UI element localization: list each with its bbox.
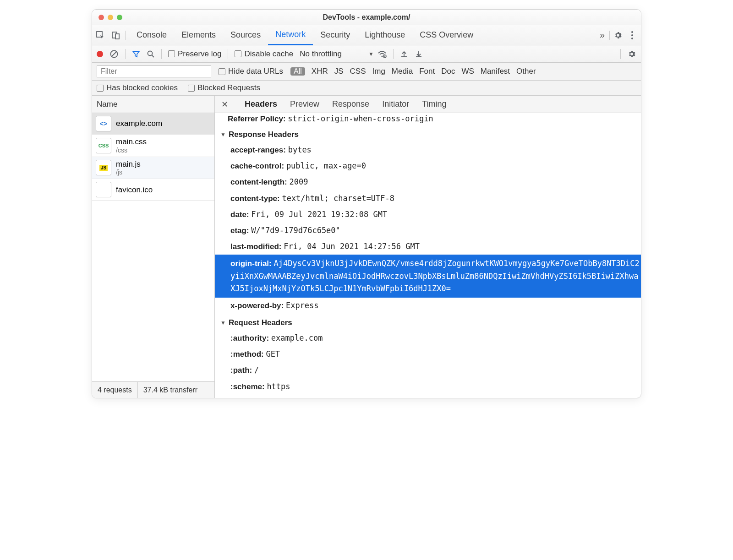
type-filter-xhr[interactable]: XHR — [312, 67, 328, 76]
detail-tab-preview[interactable]: Preview — [290, 99, 319, 109]
header-value: strict-origin-when-cross-origin — [288, 114, 433, 123]
preserve-log-checkbox[interactable]: Preserve log — [168, 49, 221, 59]
devtools-window: DevTools - example.com/ ConsoleElementsS… — [92, 9, 641, 398]
status-transfer: 37.4 kB transferr — [138, 382, 203, 398]
tab-elements[interactable]: Elements — [174, 25, 223, 45]
throttling-select[interactable]: No throttling ▼ — [300, 49, 387, 59]
request-headers-section[interactable]: ▼ Request Headers — [215, 314, 641, 330]
header-row[interactable]: accept-ranges: bytes — [215, 142, 641, 158]
header-value: Fri, 04 Jun 2021 14:27:56 GMT — [284, 242, 420, 251]
filter-funnel-icon[interactable] — [132, 50, 140, 58]
header-value: Aj4DysCv3VjknU3jJvkDEwnQZK/vmse4rdd8jZog… — [230, 259, 640, 293]
header-key: date: — [230, 210, 249, 219]
tab-lighthouse[interactable]: Lighthouse — [357, 25, 412, 45]
header-row[interactable]: cache-control: public, max-age=0 — [215, 158, 641, 174]
header-value: W/"7d9-179d76c65e0" — [251, 226, 340, 235]
header-value: text/html; charset=UTF-8 — [282, 194, 394, 203]
close-detail-icon[interactable]: ✕ — [218, 99, 232, 109]
header-row[interactable]: accept: text/html,application/xhtml+xml,… — [215, 395, 641, 398]
header-row[interactable]: x-powered-by: Express — [215, 298, 641, 314]
header-value: https — [267, 382, 290, 391]
hide-data-urls-checkbox[interactable]: Hide data URLs — [219, 67, 283, 76]
name-column-header[interactable]: Name — [92, 96, 214, 113]
response-headers-section[interactable]: ▼ Response Headers — [215, 125, 641, 142]
request-row[interactable]: JS main.js/js — [92, 157, 214, 179]
header-row[interactable]: date: Fri, 09 Jul 2021 19:32:08 GMT — [215, 207, 641, 223]
device-toggle-icon[interactable] — [111, 31, 120, 40]
type-filter-js[interactable]: JS — [334, 67, 344, 76]
detail-tab-response[interactable]: Response — [332, 99, 369, 109]
type-filter-all[interactable]: All — [290, 67, 305, 76]
header-row[interactable]: :scheme: https — [215, 379, 641, 395]
type-filter-media[interactable]: Media — [392, 67, 413, 76]
filter-bar-2: Has blocked cookies Blocked Requests — [92, 81, 641, 96]
header-key: origin-trial: — [230, 259, 272, 268]
disable-cache-checkbox[interactable]: Disable cache — [235, 49, 293, 59]
type-filter-ws[interactable]: WS — [461, 67, 474, 76]
request-type-filter: AllXHRJSCSSImgMediaFontDocWSManifestOthe… — [290, 67, 536, 76]
request-list: <> example.comCSS main.css/cssJS main.js… — [92, 113, 214, 381]
request-row[interactable]: CSS main.css/css — [92, 135, 214, 157]
type-filter-doc[interactable]: Doc — [441, 67, 455, 76]
request-row[interactable]: favicon.ico — [92, 179, 214, 201]
chevron-down-icon: ▼ — [368, 51, 374, 57]
tab-sources[interactable]: Sources — [223, 25, 268, 45]
detail-tab-headers[interactable]: Headers — [245, 99, 277, 109]
request-path: /css — [116, 147, 147, 154]
tab-css-overview[interactable]: CSS Overview — [412, 25, 481, 45]
clear-icon[interactable] — [109, 49, 119, 59]
type-filter-other[interactable]: Other — [516, 67, 536, 76]
type-filter-manifest[interactable]: Manifest — [481, 67, 510, 76]
status-requests: 4 requests — [92, 382, 138, 398]
request-headers-label: Request Headers — [229, 318, 292, 327]
header-row[interactable]: origin-trial: Aj4DysCv3VjknU3jJvkDEwnQZK… — [215, 255, 641, 298]
header-row[interactable]: etag: W/"7d9-179d76c65e0" — [215, 223, 641, 239]
disclosure-triangle-icon: ▼ — [220, 320, 226, 326]
record-button[interactable] — [97, 51, 103, 57]
upload-har-icon[interactable] — [400, 50, 408, 58]
tab-console[interactable]: Console — [129, 25, 174, 45]
header-row[interactable]: last-modified: Fri, 04 Jun 2021 14:27:56… — [215, 239, 641, 255]
svg-point-3 — [631, 31, 633, 33]
type-filter-img[interactable]: Img — [372, 67, 385, 76]
detail-pane: ✕ HeadersPreviewResponseInitiatorTiming … — [215, 96, 641, 398]
more-tabs-icon[interactable]: » — [595, 30, 609, 40]
has-blocked-cookies-label: Has blocked cookies — [106, 83, 178, 92]
header-key: content-type: — [230, 194, 280, 203]
disable-cache-label: Disable cache — [244, 49, 293, 59]
tab-network[interactable]: Network — [268, 25, 313, 45]
throttling-label: No throttling — [300, 49, 342, 59]
header-value: 2009 — [289, 177, 308, 186]
svg-point-8 — [148, 51, 153, 55]
header-key: x-powered-by: — [230, 301, 284, 310]
detail-tab-initiator[interactable]: Initiator — [382, 99, 409, 109]
header-row[interactable]: content-length: 2009 — [215, 174, 641, 190]
settings-gear-icon[interactable] — [613, 31, 623, 40]
tab-security[interactable]: Security — [313, 25, 357, 45]
filter-input[interactable] — [97, 65, 211, 77]
network-conditions-icon[interactable] — [377, 49, 387, 59]
has-blocked-cookies-checkbox[interactable]: Has blocked cookies — [97, 83, 178, 92]
header-row[interactable]: :method: GET — [215, 346, 641, 362]
search-icon[interactable] — [147, 50, 155, 58]
file-type-icon — [96, 182, 111, 197]
request-row[interactable]: <> example.com — [92, 113, 214, 135]
header-key: last-modified: — [230, 242, 281, 251]
type-filter-font[interactable]: Font — [419, 67, 435, 76]
header-row[interactable]: :path: / — [215, 362, 641, 378]
filter-bar: Hide data URLs AllXHRJSCSSImgMediaFontDo… — [92, 63, 641, 81]
header-value: bytes — [288, 145, 312, 154]
detail-tab-timing[interactable]: Timing — [422, 99, 446, 109]
header-row[interactable]: content-type: text/html; charset=UTF-8 — [215, 190, 641, 207]
blocked-requests-checkbox[interactable]: Blocked Requests — [188, 83, 260, 92]
network-toolbar: Preserve log Disable cache No throttling… — [92, 45, 641, 63]
download-har-icon[interactable] — [415, 50, 423, 58]
header-row[interactable]: :authority: example.com — [215, 330, 641, 346]
svg-point-10 — [381, 55, 383, 57]
type-filter-css[interactable]: CSS — [350, 67, 366, 76]
svg-point-4 — [631, 34, 633, 36]
kebab-menu-icon[interactable] — [631, 31, 634, 40]
network-settings-gear-icon[interactable] — [627, 49, 636, 59]
request-name: main.css — [116, 137, 147, 147]
inspect-element-icon[interactable] — [96, 31, 105, 40]
